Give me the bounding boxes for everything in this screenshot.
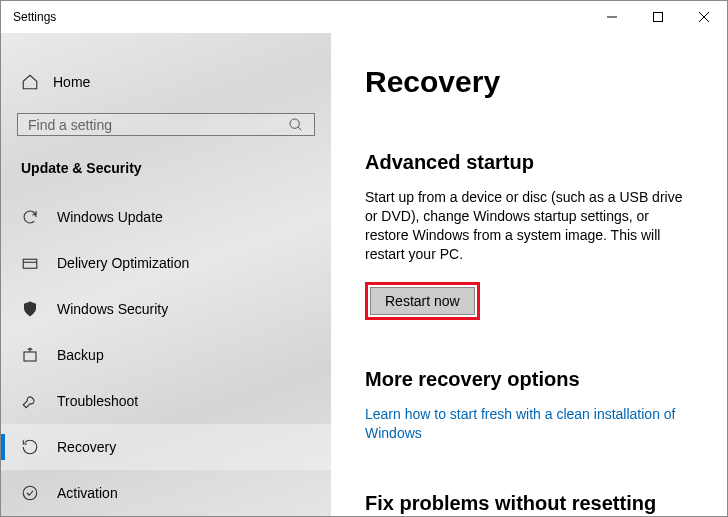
wrench-icon xyxy=(21,392,39,410)
nav-label: Activation xyxy=(57,485,118,501)
sidebar-item-activation[interactable]: Activation xyxy=(1,470,331,516)
nav-label: Recovery xyxy=(57,439,116,455)
minimize-button[interactable] xyxy=(589,1,635,33)
advanced-startup-heading: Advanced startup xyxy=(365,151,693,174)
home-label: Home xyxy=(53,74,90,90)
sync-icon xyxy=(21,208,39,226)
svg-rect-6 xyxy=(23,259,37,268)
nav-label: Delivery Optimization xyxy=(57,255,189,271)
activation-icon xyxy=(21,484,39,502)
settings-window: Settings Home Update & Security Windows … xyxy=(0,0,728,517)
nav-list: Windows Update Delivery Optimization Win… xyxy=(1,194,331,516)
content-pane: Recovery Advanced startup Start up from … xyxy=(331,33,727,516)
svg-point-9 xyxy=(23,486,37,500)
search-box[interactable] xyxy=(17,113,315,136)
category-header: Update & Security xyxy=(1,160,331,176)
backup-icon xyxy=(21,346,39,364)
recovery-icon xyxy=(21,438,39,456)
window-controls xyxy=(589,1,727,33)
sidebar-item-delivery-optimization[interactable]: Delivery Optimization xyxy=(1,240,331,286)
sidebar-item-windows-security[interactable]: Windows Security xyxy=(1,286,331,332)
nav-label: Windows Update xyxy=(57,209,163,225)
search-icon xyxy=(288,117,304,133)
more-recovery-heading: More recovery options xyxy=(365,368,693,391)
nav-label: Troubleshoot xyxy=(57,393,138,409)
svg-rect-1 xyxy=(654,13,663,22)
sidebar-item-troubleshoot[interactable]: Troubleshoot xyxy=(1,378,331,424)
home-icon xyxy=(21,73,39,91)
sidebar: Home Update & Security Windows Update De… xyxy=(1,33,331,516)
restart-highlight: Restart now xyxy=(365,282,480,320)
sidebar-item-recovery[interactable]: Recovery xyxy=(1,424,331,470)
window-body: Home Update & Security Windows Update De… xyxy=(1,33,727,516)
nav-label: Backup xyxy=(57,347,104,363)
fresh-install-link[interactable]: Learn how to start fresh with a clean in… xyxy=(365,405,693,444)
titlebar: Settings xyxy=(1,1,727,33)
sidebar-item-windows-update[interactable]: Windows Update xyxy=(1,194,331,240)
fix-problems-heading: Fix problems without resetting your PC xyxy=(365,492,693,516)
page-title: Recovery xyxy=(365,65,693,99)
maximize-button[interactable] xyxy=(635,1,681,33)
sidebar-item-backup[interactable]: Backup xyxy=(1,332,331,378)
home-nav[interactable]: Home xyxy=(1,65,331,99)
advanced-startup-text: Start up from a device or disc (such as … xyxy=(365,188,693,264)
svg-point-4 xyxy=(290,119,299,128)
svg-rect-8 xyxy=(24,352,36,361)
window-title: Settings xyxy=(13,10,56,24)
nav-label: Windows Security xyxy=(57,301,168,317)
delivery-icon xyxy=(21,254,39,272)
search-input[interactable] xyxy=(28,117,288,133)
shield-icon xyxy=(21,300,39,318)
svg-line-5 xyxy=(298,127,301,130)
close-button[interactable] xyxy=(681,1,727,33)
restart-now-button[interactable]: Restart now xyxy=(370,287,475,315)
